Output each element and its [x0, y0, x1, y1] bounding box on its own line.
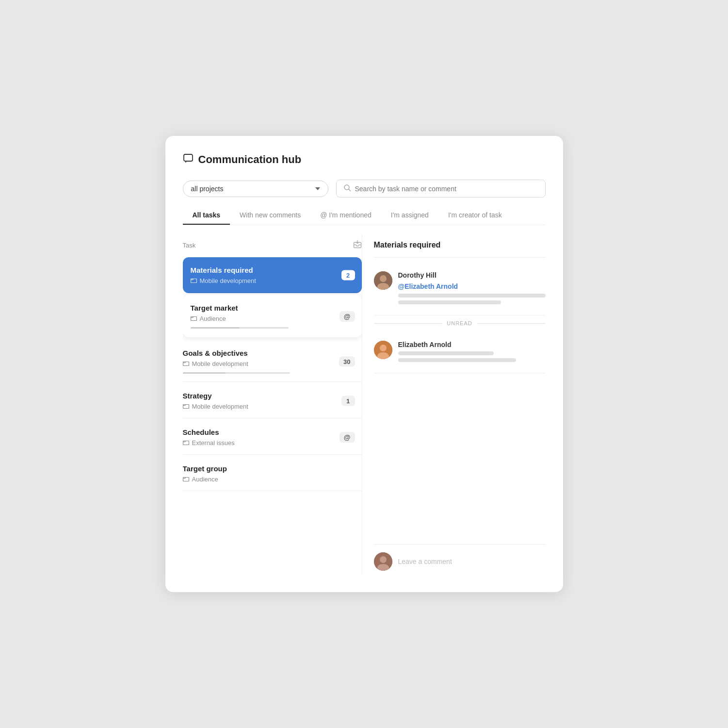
task-card-materials-required[interactable]: Materials required Mobile development 2 — [183, 257, 362, 293]
folder-icon — [183, 476, 189, 483]
page-title: Communication hub — [198, 153, 302, 166]
task-name: Schedules — [183, 428, 362, 436]
comment-input-row: Leave a comment — [374, 544, 546, 575]
avatar-current-user — [374, 552, 392, 571]
task-card-goals-objectives[interactable]: Goals & objectives Mobile development 30 — [183, 341, 362, 382]
task-project: Audience — [183, 476, 362, 483]
header: Communication hub — [183, 153, 546, 166]
task-project: External issues — [183, 439, 362, 447]
task-progress-fill — [191, 327, 240, 329]
task-progress-bar — [191, 327, 289, 329]
folder-icon — [191, 278, 197, 284]
svg-rect-5 — [191, 316, 196, 320]
svg-point-11 — [380, 275, 387, 282]
task-progress-fill — [183, 372, 226, 374]
task-panel: Task Materials required Mobile develo — [183, 235, 362, 575]
unread-divider: UNREAD — [374, 315, 546, 331]
avatar-elizabeth — [374, 341, 392, 359]
search-box — [336, 180, 546, 198]
tabs-row: All tasks With new comments @ I'm mentio… — [183, 206, 546, 225]
comment-line — [398, 300, 502, 304]
task-panel-header: Task — [183, 235, 362, 257]
task-project-name: Audience — [200, 315, 226, 322]
comment-line — [398, 358, 516, 362]
chat-icon — [183, 153, 194, 166]
task-project: Mobile development — [183, 360, 362, 367]
avatar-dorothy — [374, 271, 392, 290]
task-project: Audience — [191, 315, 354, 322]
svg-rect-8 — [183, 441, 189, 445]
task-name: Materials required — [191, 266, 354, 274]
comment-input-placeholder[interactable]: Leave a comment — [398, 554, 452, 569]
task-project-name: External issues — [192, 439, 235, 447]
task-card-target-market[interactable]: Target market Audience @ — [183, 295, 362, 337]
task-badge: 30 — [339, 356, 355, 366]
task-project: Mobile development — [183, 403, 362, 410]
project-select-dropdown[interactable]: all projects — [183, 181, 328, 197]
task-badge: @ — [340, 311, 355, 322]
task-name: Goals & objectives — [183, 349, 362, 357]
tab-all-tasks[interactable]: All tasks — [183, 206, 230, 225]
tab-im-creator[interactable]: I'm creator of task — [438, 206, 512, 225]
comment-author: Dorothy Hill — [398, 271, 546, 279]
comment-body-elizabeth: Elizabeth Arnold — [398, 341, 546, 365]
detail-panel: Materials required Dorothy Hill — [362, 235, 546, 575]
detail-header: Materials required — [374, 235, 546, 258]
task-project-name: Mobile development — [200, 277, 256, 284]
task-name: Target group — [183, 464, 362, 473]
comment-entry-dorothy: Dorothy Hill @Elizabeth Arnold — [374, 262, 546, 315]
inbox-icon — [353, 240, 362, 250]
task-column-label: Task — [183, 242, 196, 249]
search-input[interactable] — [355, 185, 538, 193]
svg-rect-6 — [183, 362, 189, 365]
task-name: Strategy — [183, 392, 362, 400]
task-project: Mobile development — [191, 277, 354, 284]
task-card-target-group[interactable]: Target group Audience — [183, 457, 362, 491]
task-badge: 2 — [341, 270, 355, 281]
main-content: Task Materials required Mobile develo — [183, 235, 546, 575]
task-progress-bar — [183, 372, 290, 374]
task-card-strategy[interactable]: Strategy Mobile development 1 — [183, 384, 362, 418]
folder-icon — [183, 361, 189, 367]
comment-mention-row: @Elizabeth Arnold — [398, 282, 546, 291]
comment-mention: @Elizabeth Arnold — [398, 282, 458, 290]
svg-point-17 — [380, 556, 387, 563]
tab-im-mentioned[interactable]: @ I'm mentioned — [310, 206, 381, 225]
svg-line-2 — [349, 189, 351, 191]
unread-label: UNREAD — [447, 320, 472, 326]
svg-rect-0 — [184, 154, 193, 161]
svg-rect-4 — [191, 279, 196, 282]
search-icon — [343, 184, 351, 193]
project-select-value: all projects — [191, 185, 224, 193]
task-project-name: Mobile development — [192, 360, 248, 367]
controls-row: all projects — [183, 180, 546, 198]
task-badge: 1 — [341, 396, 355, 406]
folder-icon — [183, 440, 189, 447]
comments-section: Dorothy Hill @Elizabeth Arnold UNREAD — [374, 258, 546, 544]
comment-line — [398, 294, 546, 298]
comment-line — [398, 351, 494, 355]
svg-point-14 — [380, 345, 387, 351]
task-card-schedules[interactable]: Schedules External issues @ — [183, 420, 362, 455]
comment-entry-elizabeth: Elizabeth Arnold — [374, 331, 546, 373]
tab-with-new-comments[interactable]: With new comments — [230, 206, 310, 225]
comment-author: Elizabeth Arnold — [398, 341, 546, 348]
chevron-down-icon — [315, 187, 320, 190]
task-project-name: Mobile development — [192, 403, 248, 410]
svg-rect-7 — [183, 404, 189, 408]
task-name: Target market — [191, 304, 354, 312]
folder-icon — [183, 403, 189, 410]
task-badge: @ — [340, 432, 355, 443]
tab-im-assigned[interactable]: I'm assigned — [381, 206, 438, 225]
app-container: Communication hub all projects All tasks… — [165, 136, 563, 592]
task-project-name: Audience — [192, 476, 218, 483]
svg-rect-9 — [183, 477, 189, 481]
folder-icon — [191, 315, 197, 322]
comment-body-dorothy: Dorothy Hill @Elizabeth Arnold — [398, 271, 546, 307]
